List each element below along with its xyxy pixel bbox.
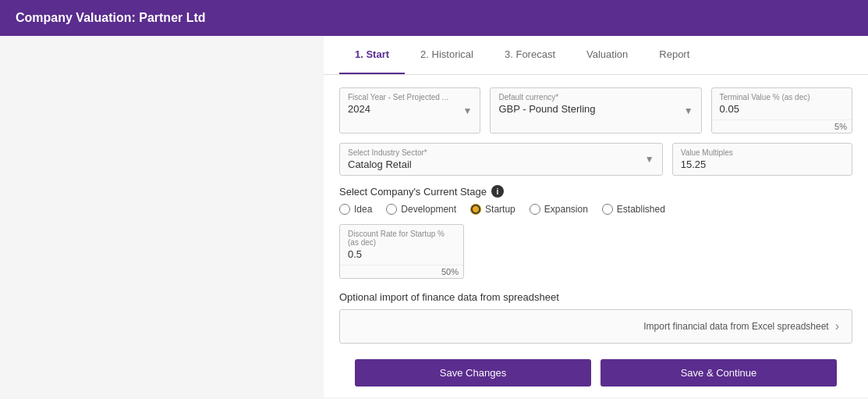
discount-label: Discount Rate for Startup % (as dec) — [340, 225, 463, 247]
value-multiples-group: Value Multiples 15.25 — [672, 143, 852, 176]
import-label: Import financial data from Excel spreads… — [643, 321, 828, 332]
currency-select[interactable]: GBP - Pound Sterling — [491, 102, 700, 119]
header: Company Valuation: Partner Ltd — [0, 0, 868, 36]
button-row: Save Changes Save & Continue — [339, 359, 852, 387]
company-stage-title: Select Company's Current Stage — [339, 186, 487, 198]
tab-forecast[interactable]: 3. Forecast — [489, 36, 571, 74]
fiscal-year-group: Fiscal Year - Set Projected ... 2024 ▼ — [339, 87, 480, 134]
main-content: 1. Start 2. Historical 3. Forecast Valua… — [324, 36, 868, 397]
radio-group: Idea Development Startup Expansion Estab… — [339, 204, 852, 215]
tab-start[interactable]: 1. Start — [339, 36, 405, 74]
tab-historical[interactable]: 2. Historical — [405, 36, 489, 74]
radio-startup[interactable]: Startup — [470, 204, 515, 215]
tab-report[interactable]: Report — [643, 36, 705, 74]
company-stage-section: Select Company's Current Stage i — [339, 185, 852, 198]
row-1: Fiscal Year - Set Projected ... 2024 ▼ D… — [339, 87, 852, 134]
fiscal-year-label: Fiscal Year - Set Projected ... — [340, 88, 480, 102]
currency-label: Default currency* — [491, 88, 700, 102]
industry-sector-label: Select Industry Sector* — [340, 144, 662, 157]
tab-bar: 1. Start 2. Historical 3. Forecast Valua… — [324, 36, 868, 75]
import-box[interactable]: Import financial data from Excel spreads… — [339, 309, 852, 344]
terminal-value-percent: 5% — [712, 119, 852, 133]
terminal-value-label: Terminal Value % (as dec) — [712, 88, 852, 102]
terminal-value-group: Terminal Value % (as dec) 0.05 5% — [711, 87, 852, 134]
discount-percent: 50% — [340, 265, 463, 278]
info-icon[interactable]: i — [491, 185, 504, 198]
form-area: Fiscal Year - Set Projected ... 2024 ▼ D… — [324, 75, 868, 397]
save-button[interactable]: Save Changes — [355, 359, 591, 387]
save-continue-button[interactable]: Save & Continue — [601, 359, 837, 387]
currency-group: Default currency* GBP - Pound Sterling ▼ — [490, 87, 701, 134]
radio-expansion[interactable]: Expansion — [530, 204, 588, 215]
radio-established[interactable]: Established — [602, 204, 665, 215]
fiscal-year-select[interactable]: 2024 — [340, 102, 480, 119]
optional-section: Optional import of finance data from spr… — [339, 291, 852, 344]
value-multiples-label: Value Multiples — [673, 144, 852, 157]
sidebar — [0, 36, 324, 397]
optional-title: Optional import of finance data from spr… — [339, 291, 852, 303]
radio-development[interactable]: Development — [386, 204, 456, 215]
radio-idea[interactable]: Idea — [339, 204, 372, 215]
import-arrow-icon: › — [835, 319, 839, 333]
discount-input[interactable] — [340, 247, 463, 265]
row-2: Select Industry Sector* Catalog Retail ▼… — [339, 143, 852, 176]
header-title: Company Valuation: Partner Ltd — [16, 11, 206, 24]
discount-box: Discount Rate for Startup % (as dec) 50% — [339, 224, 464, 279]
value-multiples-input[interactable]: 15.25 — [673, 157, 852, 175]
tab-valuation[interactable]: Valuation — [571, 36, 643, 74]
industry-sector-group: Select Industry Sector* Catalog Retail ▼ — [339, 143, 663, 176]
terminal-value-input[interactable]: 0.05 — [712, 102, 852, 119]
industry-sector-select[interactable]: Catalog Retail — [340, 157, 662, 175]
